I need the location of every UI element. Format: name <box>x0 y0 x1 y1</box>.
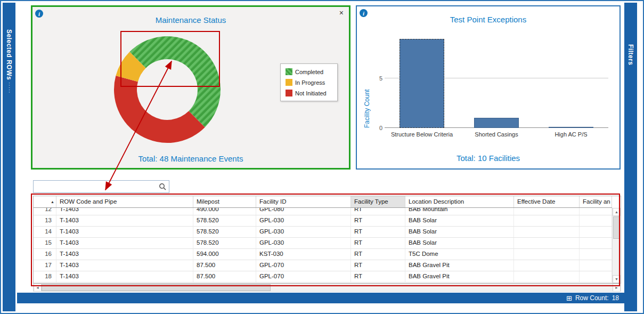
table-cell: T-1403 <box>56 271 193 282</box>
table-cell <box>580 208 612 215</box>
search-input[interactable] <box>34 181 156 192</box>
table-cell: GPL-030 <box>256 215 351 226</box>
row-count-label: Row Count: <box>575 294 609 302</box>
table-cell <box>514 227 580 237</box>
table-cell <box>514 260 580 271</box>
legend-label: Not Initiated <box>295 90 327 96</box>
table-cell: 578.520 <box>193 238 256 248</box>
table-row[interactable]: 13T-1403578.520GPL-030RTBAB Solar <box>34 215 612 227</box>
legend-item-completed[interactable]: Completed <box>286 68 332 75</box>
table-cell: T-1403 <box>56 238 193 248</box>
horizontal-scrollbar[interactable]: ◄ ► <box>33 284 621 292</box>
bar-high-ac-p-s[interactable] <box>549 127 593 128</box>
table-cell: KST-030 <box>256 249 351 260</box>
grid-header: ▲ROW Code and PipeMilepostFacility IDFac… <box>34 196 612 208</box>
table-cell <box>514 208 580 215</box>
not-initiated-swatch-icon <box>286 90 292 96</box>
y-axis-label: Facility Count <box>363 34 371 128</box>
table-cell: T-1403 <box>56 249 193 260</box>
table-cell <box>580 249 612 260</box>
scroll-left-button[interactable]: ◄ <box>34 284 42 292</box>
column-header-label: ROW Code and Pipe <box>60 198 117 205</box>
column-header-label: Facility an <box>583 198 610 205</box>
table-cell: BAB Solar <box>405 227 514 237</box>
table-row[interactable]: 18T-140387.500GPL-070RTBAB Gravel Pit <box>34 271 612 283</box>
scroll-down-button[interactable]: ▼ <box>613 275 621 283</box>
drag-grip-icon: ····· <box>6 82 12 94</box>
table-cell <box>580 215 612 226</box>
row-number-cell: 13 <box>34 215 56 226</box>
legend-label: Completed <box>295 69 323 75</box>
bar-plot-area: 05 <box>385 34 608 128</box>
column-header-facility-type[interactable]: Facility Type <box>351 196 405 207</box>
y-tick-label: 0 <box>373 125 382 131</box>
vertical-scrollbar[interactable]: ▲ ▼ <box>612 208 621 283</box>
category-label-structure-below-criteria: Structure Below Criteria <box>391 131 453 138</box>
bar-shorted-casings[interactable] <box>474 118 519 128</box>
column-header-facility-an[interactable]: Facility an <box>580 196 612 207</box>
category-label-high-ac-p-s: High AC P/S <box>555 131 587 138</box>
column-header-label: Milepost <box>197 198 219 205</box>
row-number-cell: 12 <box>34 208 56 215</box>
table-row[interactable]: 17T-140387.500GPL-070RTBAB Gravel Pit <box>34 260 612 271</box>
completed-swatch-icon <box>286 68 292 75</box>
column-header-effective-date[interactable]: Effective Date <box>514 196 580 207</box>
table-row[interactable]: 15T-1403578.520GPL-030RTBAB Solar <box>34 238 612 249</box>
table-cell: RT <box>351 260 405 271</box>
maintenance-total-text: Total: 48 Maintenance Events <box>32 154 349 163</box>
table-cell: BAB Solar <box>405 238 514 248</box>
table-row[interactable]: 16T-1403594.000KST-030RTT5C Dome <box>34 249 612 260</box>
column-header-milepost[interactable]: Milepost <box>193 196 256 207</box>
scroll-right-button[interactable]: ► <box>613 284 621 292</box>
table-cell: RT <box>351 227 405 237</box>
table-cell: T-1403 <box>56 260 193 271</box>
sidebar-selected-rows[interactable]: Selected ROWs ····· <box>3 3 15 311</box>
in-progress-swatch-icon <box>286 79 292 86</box>
status-bar: ⊞ Row Count: 18 <box>17 293 624 303</box>
table-cell: GPL-030 <box>256 238 351 248</box>
table-cell: RT <box>351 215 405 226</box>
table-row[interactable]: 14T-1403578.520GPL-030RTBAB Solar <box>34 227 612 238</box>
table-cell: 594.000 <box>193 249 256 260</box>
row-number-cell: 18 <box>34 271 56 282</box>
table-cell: RT <box>351 271 405 282</box>
table-cell <box>580 260 612 271</box>
column-header-label: Effective Date <box>517 198 555 205</box>
table-row[interactable]: 12T-1403490.000GPL-080RTBAB Mountain <box>34 208 612 215</box>
test-point-total-text: Total: 10 Facilities <box>357 154 619 163</box>
maintenance-status-panel: i Maintenance Status × CompletedIn Progr… <box>31 5 350 170</box>
table-cell: BAB Mountain <box>405 208 514 215</box>
table-cell <box>514 271 580 282</box>
table-cell: T5C Dome <box>405 249 514 260</box>
column-header-label: Facility Type <box>354 198 388 205</box>
sort-ascending-icon: ▲ <box>51 200 54 204</box>
row-number-cell: 16 <box>34 249 56 260</box>
sidebar-filters[interactable]: Filters <box>624 3 637 311</box>
row-number-cell: 17 <box>34 260 56 271</box>
column-header-row-code-and-pipe[interactable]: ROW Code and Pipe <box>56 196 193 207</box>
scroll-up-button[interactable]: ▲ <box>613 208 621 216</box>
search-button[interactable] <box>156 181 169 192</box>
bar-structure-below-criteria[interactable] <box>400 39 444 128</box>
app-window: Selected ROWs ····· Filters i Maintenanc… <box>0 0 644 314</box>
table-cell: 490.000 <box>193 208 256 215</box>
table-cell: RT <box>351 208 405 215</box>
legend-item-in-progress[interactable]: In Progress <box>286 79 332 86</box>
horizontal-scroll-thumb[interactable] <box>42 284 271 291</box>
table-search-box <box>33 180 169 193</box>
row-count-grid-icon: ⊞ <box>566 295 572 302</box>
column-header-location-description[interactable]: Location Description <box>405 196 514 207</box>
table-cell: GPL-070 <box>256 260 351 271</box>
category-label-shorted-casings: Shorted Casings <box>475 131 518 138</box>
row-number-cell: 14 <box>34 227 56 237</box>
vertical-scroll-thumb[interactable] <box>613 216 620 239</box>
legend-label: In Progress <box>295 79 325 86</box>
table-cell <box>580 227 612 237</box>
table-cell <box>514 238 580 248</box>
table-cell: 87.500 <box>193 260 256 271</box>
column-header-row-number[interactable]: ▲ <box>34 196 56 207</box>
table-cell: RT <box>351 249 405 260</box>
table-cell: 578.520 <box>193 215 256 226</box>
column-header-facility-id[interactable]: Facility ID <box>256 196 351 207</box>
legend-item-not-initiated[interactable]: Not Initiated <box>286 90 332 96</box>
